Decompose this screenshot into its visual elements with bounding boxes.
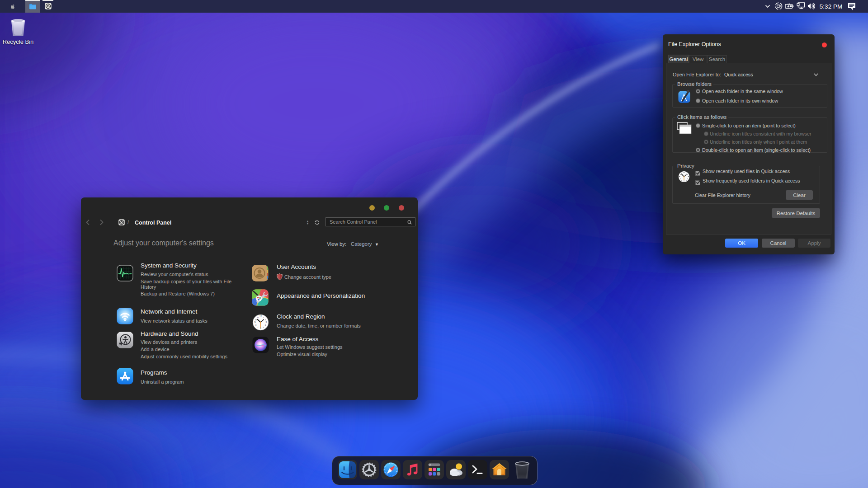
svg-text:10: 10 [255, 319, 257, 321]
svg-text:6: 6 [260, 327, 261, 329]
svg-text:3: 3 [266, 321, 267, 324]
svg-text:9: 9 [255, 321, 256, 324]
svg-text:12: 12 [259, 315, 262, 318]
